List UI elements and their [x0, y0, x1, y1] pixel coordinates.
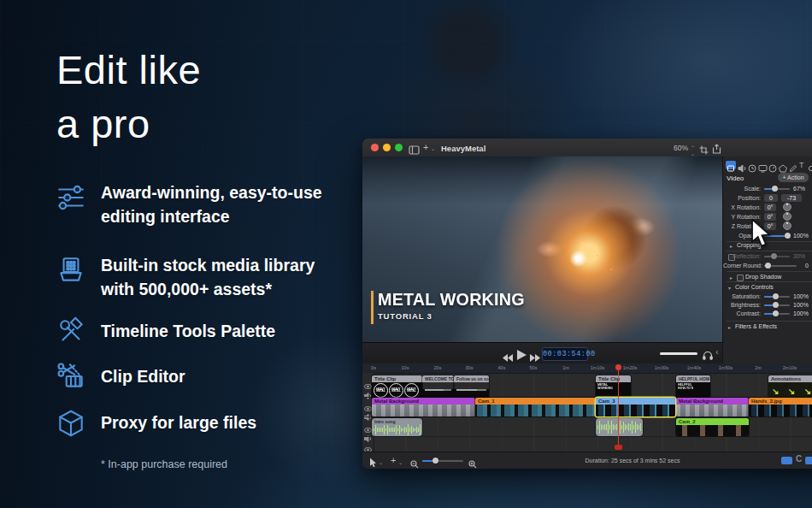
- playhead-bottom-tag[interactable]: [615, 445, 622, 450]
- text-tab-icon[interactable]: T: [799, 161, 804, 169]
- contrast-label: Contrast:: [723, 310, 761, 316]
- drop-shadow-checkbox[interactable]: [737, 275, 744, 281]
- page-title-line2: a pro: [56, 97, 201, 151]
- reflection-label: Reflection:: [699, 253, 761, 259]
- zoom-out-icon[interactable]: [410, 457, 419, 469]
- close-window-icon[interactable]: [371, 144, 379, 151]
- link-tab-icon[interactable]: [808, 161, 812, 176]
- heavy-metal-logo: HEAVYMETAL: [404, 383, 419, 398]
- minimize-window-icon[interactable]: [383, 144, 391, 151]
- title-clip[interactable]: Title Clip METAL WORKING METAL WORKING: [596, 375, 631, 398]
- scale-label: Scale:: [723, 186, 761, 192]
- brightness-slider[interactable]: [764, 304, 790, 306]
- annotations-clip[interactable]: Annotations ↘ ↘ ↘: [768, 375, 812, 398]
- clock-tab-icon[interactable]: [748, 161, 756, 176]
- lower-third-bar: [371, 291, 374, 324]
- drop-shadow-label: Drop Shadow: [745, 274, 781, 280]
- zoom-in-icon[interactable]: [468, 457, 477, 469]
- title-clip[interactable]: Follow us on social m: [454, 375, 489, 398]
- headphones-icon[interactable]: [703, 348, 713, 363]
- video-clip[interactable]: Cam_2: [676, 418, 749, 436]
- feature-2-line1: Built-in stock media library: [101, 254, 315, 278]
- add-clip-button[interactable]: +: [423, 142, 428, 152]
- position-y-field[interactable]: -73: [781, 194, 802, 202]
- clip-label: Title Clip: [596, 375, 631, 382]
- thumb-text: METAL WORKING: [597, 383, 613, 390]
- timeline-view-toggle-icon[interactable]: [805, 457, 812, 464]
- reflection-slider[interactable]: [764, 256, 790, 257]
- filters-effects-disclosure-icon[interactable]: ▸: [728, 324, 731, 330]
- collapse-chevron-icon[interactable]: ‹: [715, 346, 719, 357]
- pointer-tool-icon[interactable]: [369, 456, 377, 469]
- corner-round-slider[interactable]: [764, 265, 797, 267]
- video-clip[interactable]: Metal Background: [676, 398, 749, 416]
- feature-4-text: Clip Editor: [101, 365, 185, 389]
- z-rotation-dial[interactable]: [783, 222, 791, 230]
- share-icon[interactable]: [712, 142, 721, 157]
- pointer-tool-chevron-icon[interactable]: ⌄: [379, 459, 383, 465]
- add-track-chevron-icon[interactable]: ⌄: [398, 459, 403, 465]
- ruler-tick: 1m50s: [719, 365, 733, 370]
- filters-effects-label: Filters & Effects: [735, 323, 777, 329]
- add-clip-chevron-icon[interactable]: ⌄: [431, 145, 435, 151]
- volume-slider[interactable]: [660, 352, 697, 355]
- play-icon[interactable]: [517, 348, 527, 363]
- zoom-level[interactable]: 60%: [674, 144, 688, 152]
- x-rotation-field[interactable]: 0°: [764, 204, 776, 211]
- cropping-disclosure-icon[interactable]: ▸: [730, 243, 733, 249]
- position-x-field[interactable]: 0: [764, 194, 778, 202]
- saturation-slider[interactable]: [764, 296, 790, 298]
- timecode-display[interactable]: 00:03:54:00: [542, 347, 588, 361]
- document-title: HeavyMetal: [441, 144, 485, 153]
- ruler-tick: 1m20s: [623, 365, 638, 370]
- timeline-toolbar: ⌄ + ⌄ Duration: 25 secs of 3 mins 52 sec…: [362, 452, 812, 469]
- title-clip[interactable]: WELCOME TO THE: [422, 375, 454, 398]
- playhead-handle[interactable]: [615, 364, 621, 370]
- feature-2-line2: with 500,000+ assets*: [101, 278, 315, 302]
- inspector-panel: T Video + Action Scale: 67% Position: 0 …: [722, 157, 812, 363]
- x-rotation-label: X Rotation:: [723, 204, 761, 210]
- clip-label: Intro song: [372, 418, 422, 424]
- title-clip[interactable]: Title Clip HEAVYMETAL HEAVYMETAL HEAVYME…: [372, 375, 422, 398]
- corner-round-label: Corner Round:: [723, 263, 761, 269]
- timeline-zoom-slider[interactable]: [422, 460, 463, 462]
- loop-icon[interactable]: C: [796, 454, 802, 464]
- drop-shadow-disclosure-icon[interactable]: ▸: [730, 275, 733, 281]
- feature-4-line1: Clip Editor: [101, 365, 185, 389]
- thumb-text: HELPFUL HOW-TO'S: [678, 383, 693, 390]
- clip-label: Cam_3: [596, 398, 675, 405]
- scale-slider[interactable]: [764, 188, 790, 190]
- speed-tab-icon[interactable]: [768, 161, 777, 176]
- zoom-window-icon[interactable]: [395, 144, 403, 151]
- audio-clip[interactable]: [596, 418, 643, 436]
- feature-5-line1: Proxy for large files: [101, 411, 256, 435]
- feature-1-line2: editing interface: [101, 205, 322, 229]
- video-clip-selected[interactable]: Cam_3: [596, 398, 675, 416]
- playhead-line[interactable]: [618, 367, 619, 446]
- color-controls-disclosure-icon[interactable]: ▾: [728, 285, 731, 291]
- duration-status: Duration: 25 secs of 3 mins 52 secs: [585, 458, 680, 464]
- action-button[interactable]: + Action: [778, 173, 809, 182]
- audio-clip[interactable]: Intro song: [372, 418, 422, 436]
- video-clip[interactable]: Cam_1: [475, 398, 596, 416]
- feature-2-text: Built-in stock media library with 500,00…: [101, 254, 315, 301]
- zoom-stepper-icon[interactable]: ⌃⌄: [691, 145, 695, 157]
- annotation-arrow-icon: ↘: [804, 387, 811, 396]
- add-track-button[interactable]: +: [391, 455, 396, 465]
- y-rotation-dial[interactable]: [783, 212, 791, 221]
- position-label: Position:: [723, 195, 761, 201]
- contrast-slider[interactable]: [764, 313, 790, 315]
- lower-third-title: METAL WORKING: [378, 289, 525, 310]
- video-clip[interactable]: Hands_2.jpg: [749, 398, 812, 416]
- clip-label: Annotations: [768, 375, 812, 382]
- page-title: Edit like a pro: [56, 43, 201, 151]
- video-preview[interactable]: METAL WORKING TUTORIAL 3: [362, 157, 722, 342]
- ruler-tick: 1m: [562, 365, 569, 370]
- title-clip[interactable]: HELPFUL HOW-TO HELPFUL HOW-TO'S HELPFUL …: [676, 375, 710, 398]
- timeline-view-toggle-icon[interactable]: [781, 457, 792, 464]
- video-tab-icon[interactable]: [726, 161, 736, 169]
- display-tab-icon[interactable]: [758, 161, 768, 176]
- annotation-arrow-icon: ↘: [788, 387, 795, 396]
- video-clip[interactable]: Metal Background: [372, 398, 475, 416]
- x-rotation-dial[interactable]: [783, 203, 791, 211]
